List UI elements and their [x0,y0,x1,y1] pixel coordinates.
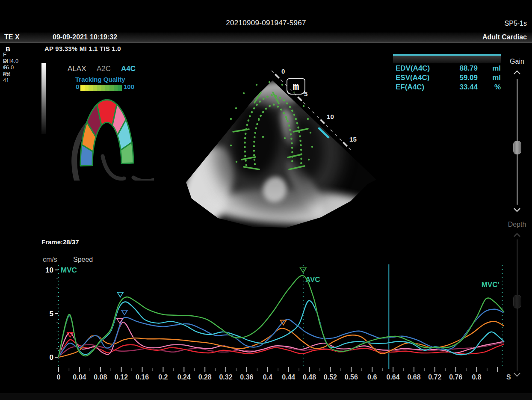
tracking-quality-step [101,85,106,91]
curve-shadow-seg-green [59,276,504,356]
tracking-quality-step [93,85,97,91]
exam-date: 09-09-2021 [53,33,88,41]
vendor-logo: m [287,78,305,95]
depth-up-icon[interactable] [513,232,521,237]
peak-marker [300,268,306,273]
ruler-tick [275,74,279,78]
x-tick-label: 0.64 [387,373,400,381]
ruler-tick [335,134,337,136]
x-tick-label: 0.76 [449,373,462,381]
measurement-label: EF(A4C) [396,83,443,92]
ruler-tick [313,112,315,114]
frame-counter: Frame:28/37 [41,238,79,246]
ruler-tick [326,125,328,127]
tracking-quality-step [85,85,89,91]
probe-name: SP5-1s [505,20,527,27]
ultrasound-screen: 20210909-091947-5967 SP5-1s TE X 09-09-2… [0,0,532,400]
ruler-tick [272,71,274,73]
measurement-label: EDV(A4C) [396,64,443,74]
event-label-mvc: MVC [61,266,77,274]
tracking-quality-step [97,85,101,91]
tracking-quality-min: 0 [76,83,79,90]
x-tick-label: 0.24 [177,373,191,381]
x-tick-label: 0.8 [472,373,481,381]
measurement-value: 88.79 [443,64,478,74]
vendor-logo-letter: m [293,81,299,92]
gain-up-icon[interactable] [513,70,521,75]
measurement-unit: ml [478,64,501,74]
tracking-quality-label: Tracking Quality [75,76,125,83]
x-tick-label: 0.48 [303,373,316,381]
contour-dot [230,118,232,120]
event-label-mvc-prime: MVC' [482,281,499,289]
measurement-row: ESV(A4C)59.09ml [396,74,501,83]
x-tick-label: 0.28 [198,373,212,381]
gain-down-icon[interactable] [513,207,521,212]
measurement-row: EDV(A4C)88.79ml [396,64,501,74]
bottom-bar [0,393,532,400]
contour-dot [303,105,304,107]
exam-time: 10:19:32 [90,33,117,41]
x-tick-label: 0.12 [115,373,128,381]
contour-dot [256,84,257,86]
x-tick-label: 0.56 [345,373,358,381]
tracking-quality-step [89,85,93,91]
institution-name: TE X [4,33,20,41]
x-tick-label: 0.04 [73,373,86,381]
x-tick-label: 0.4 [263,373,272,381]
tab-a4c[interactable]: A4C [121,65,136,73]
measurement-value: 33.44 [443,83,478,92]
grayscale-bar [41,63,46,134]
ruler-tick [340,139,342,141]
ruler-label: 0 [281,68,285,75]
contour-dot [243,92,245,94]
y-tick-label: 5 [50,310,53,318]
x-axis-unit: S [506,373,511,381]
image-parameter: FR 41 [3,71,10,83]
ruler-tick [317,116,319,118]
acoustic-output: AP 93.33% MI 1.1 TIS 1.0 [44,45,121,52]
y-tick-label: 0 [50,353,53,361]
ruler-tick [331,130,333,132]
x-tick-label: 0.32 [219,373,232,381]
heart-shadow-valve-right [133,175,154,181]
ruler-tick [308,107,310,109]
exam-id: 20210909-091947-5967 [0,19,532,27]
speed-curve-chart[interactable]: 051000.040.080.120.160.20.240.280.320.36… [0,255,532,394]
x-tick-label: 0.52 [324,373,337,381]
ruler-tick [321,120,325,124]
ruler-tick [343,142,347,146]
y-tick-label: 10 [45,266,53,274]
measurement-unit: ml [478,74,501,83]
contour-dot [235,107,237,109]
gain-label: Gain [506,58,528,65]
tracking-quality-step [105,85,109,91]
tab-a2c[interactable]: A2C [97,65,111,73]
exam-preset: Adult Cardiac [482,33,527,41]
x-tick-label: 0 [57,373,61,381]
ruler-tick [349,148,351,150]
tracking-quality-step [118,85,122,91]
lv-segment-model [60,97,154,181]
measurement-unit: % [478,83,501,92]
tab-alax[interactable]: ALAX [68,65,86,73]
gain-slider-thumb[interactable] [513,141,521,154]
ultrasound-image[interactable] [167,68,391,247]
tracking-quality-step [109,85,114,91]
curve-seg-green [59,276,504,356]
measurement-row: EF(A4C)33.44% [396,83,501,92]
ruler-tick [281,80,283,82]
x-tick-label: 0.08 [94,373,107,381]
tracking-quality-gradient [80,85,122,91]
x-tick-label: 0.2 [158,373,168,381]
tracking-quality-step [114,85,118,91]
tracking-quality-max: 100 [124,83,134,90]
x-tick-label: 0.36 [240,373,253,381]
ruler-tick [303,102,305,104]
ruler-tick [298,97,301,101]
measurement-value: 59.09 [443,74,478,83]
x-tick-label: 0.44 [282,373,295,381]
x-tick-label: 0.6 [367,373,377,381]
measurement-label: ESV(A4C) [396,74,443,83]
ruler-label: 10 [327,113,334,120]
